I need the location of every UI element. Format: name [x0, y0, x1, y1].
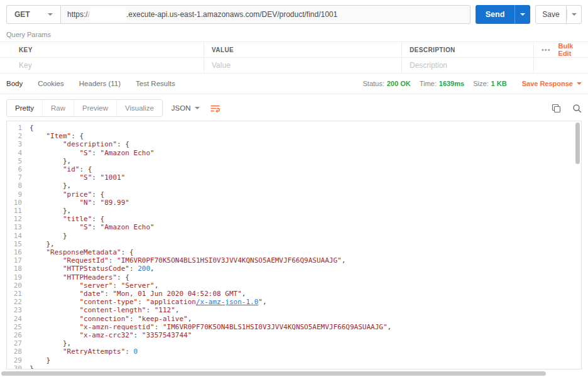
horizontal-scrollbar-thumb[interactable] — [1, 371, 546, 376]
code-line: 21 "date": "Mon, 01 Jun 2020 04:52:08 GM… — [7, 290, 581, 298]
line-number: 17 — [7, 256, 30, 265]
mode-visualize[interactable]: Visualize — [117, 100, 162, 116]
bulk-edit-button[interactable]: Bulk Edit — [558, 42, 580, 57]
response-body-viewer: 1{2 "Item": {3 "description": {4 "S": "A… — [6, 121, 582, 369]
request-bar: GET https://.execute-api.us-east-1.amazo… — [0, 0, 588, 29]
save-button[interactable]: Save — [535, 5, 567, 24]
code-text: }, — [30, 157, 71, 165]
method-label: GET — [14, 10, 30, 19]
line-number: 11 — [7, 207, 30, 215]
code-text: "server": "Server", — [30, 281, 158, 290]
url-suffix: .execute-api.us-east-1.amazonaws.com/DEV… — [126, 10, 337, 19]
copy-icon[interactable] — [552, 104, 561, 113]
line-number: 8 — [7, 182, 30, 190]
save-options-button[interactable] — [567, 5, 582, 24]
wrap-text-icon[interactable] — [210, 104, 220, 113]
chevron-down-icon — [48, 13, 53, 16]
line-number: 16 — [7, 248, 30, 256]
line-number: 15 — [7, 240, 30, 248]
horizontal-scrollbar — [1, 371, 587, 377]
code-text: } — [30, 364, 34, 369]
code-text: "S": "Amazon Echo" — [30, 223, 155, 231]
code-text: "x-amz-crc32": "3357543744" — [30, 331, 192, 339]
vertical-scrollbar-thumb[interactable] — [575, 123, 580, 164]
value-input[interactable]: Value — [204, 58, 402, 73]
method-dropdown[interactable]: GET — [6, 5, 60, 24]
code-line: 27 }, — [7, 339, 581, 347]
column-header-description: DESCRIPTION — [410, 46, 455, 53]
line-number: 24 — [7, 315, 30, 323]
code-text: "x-amzn-requestid": "IM6VR0PF70K5ON4BLS1… — [30, 323, 391, 331]
line-number: 2 — [7, 132, 30, 140]
url-input[interactable]: https://.execute-api.us-east-1.amazonaws… — [60, 5, 471, 24]
code-line: 17 "RequestId": "IM6VR0PF70K5ON4BLS1HSI0… — [7, 256, 581, 265]
line-number: 13 — [7, 223, 30, 231]
line-number: 27 — [7, 339, 30, 347]
code-line: 10 "N": "89.99" — [7, 199, 581, 207]
code-text: "S": "Amazon Echo" — [30, 149, 155, 157]
line-number: 29 — [7, 356, 30, 364]
code-line: 28 "RetryAttempts": 0 — [7, 347, 581, 356]
tab-headers[interactable]: Headers (11) — [79, 80, 121, 87]
line-number: 9 — [7, 190, 30, 199]
code-line: 14 } — [7, 232, 581, 240]
code-text: } — [30, 356, 50, 364]
code-text: "price": { — [30, 190, 104, 199]
code-text: "content-type": "application/x-amz-json-… — [30, 298, 267, 306]
time-value: 1639ms — [439, 80, 464, 87]
line-number: 23 — [7, 306, 30, 314]
chevron-down-icon — [520, 13, 525, 16]
inline-link[interactable]: /x-amz-json-1.0 — [196, 298, 258, 306]
code-text: "HTTPHeaders": { — [30, 273, 129, 281]
code-line: 25 "x-amzn-requestid": "IM6VR0PF70K5ON4B… — [7, 323, 581, 331]
send-options-button[interactable] — [514, 5, 530, 24]
line-number: 4 — [7, 149, 30, 157]
line-number: 14 — [7, 232, 30, 240]
chevron-down-icon — [577, 82, 582, 85]
line-number: 12 — [7, 215, 30, 223]
time-label: Time: — [420, 80, 437, 87]
line-number: 1 — [7, 124, 30, 132]
language-dropdown[interactable]: JSON — [172, 104, 200, 112]
tab-body[interactable]: Body — [6, 80, 23, 87]
save-response-button[interactable]: Save Response — [522, 80, 582, 87]
code-line: 5 }, — [7, 157, 581, 165]
more-options-icon[interactable]: ••• — [542, 46, 551, 53]
code-text: "connection": "keep-alive", — [30, 315, 192, 323]
line-number: 7 — [7, 173, 30, 182]
size-label: Size: — [473, 80, 488, 87]
code-line: 30} — [7, 364, 581, 369]
line-number: 21 — [7, 290, 30, 298]
response-header-bar: Body Cookies Headers (11) Test Results S… — [0, 74, 588, 94]
line-number: 28 — [7, 347, 30, 356]
code-line: 29 } — [7, 356, 581, 364]
tab-cookies[interactable]: Cookies — [38, 80, 64, 87]
mode-raw[interactable]: Raw — [43, 100, 74, 116]
response-viewer-toolbar: Pretty Raw Preview Visualize JSON — [6, 99, 582, 117]
mode-preview[interactable]: Preview — [74, 100, 117, 116]
line-number: 26 — [7, 331, 30, 339]
code-line: 3 "description": { — [7, 140, 581, 148]
code-text: }, — [30, 240, 55, 248]
key-input[interactable]: Key — [0, 58, 204, 73]
search-icon[interactable] — [572, 104, 582, 113]
tab-test-results[interactable]: Test Results — [136, 80, 175, 87]
params-header-row: KEY VALUE DESCRIPTION ••• Bulk Edit — [0, 42, 588, 58]
code-line: 26 "x-amz-crc32": "3357543744" — [7, 331, 581, 339]
mode-pretty[interactable]: Pretty — [7, 100, 43, 116]
code-text: "RequestId": "IM6VR0PF70K5ON4BLS1HSI0V3J… — [30, 256, 346, 265]
description-input[interactable]: Description — [402, 58, 534, 73]
code-line: 20 "server": "Server", — [7, 281, 581, 290]
code-text: "N": "89.99" — [30, 199, 129, 207]
line-number: 22 — [7, 298, 30, 306]
query-params-label: Query Params — [0, 29, 588, 41]
code-line: 13 "S": "Amazon Echo" — [7, 223, 581, 231]
save-button-group: Save — [535, 5, 582, 24]
send-button[interactable]: Send — [476, 5, 514, 24]
view-mode-group: Pretty Raw Preview Visualize — [6, 99, 163, 117]
code-content[interactable]: 1{2 "Item": {3 "description": {4 "S": "A… — [7, 121, 581, 369]
code-line: 9 "price": { — [7, 190, 581, 199]
status-value: 200 OK — [387, 80, 411, 87]
code-line: 7 "S": "1001" — [7, 173, 581, 182]
code-text: "S": "1001" — [30, 173, 125, 182]
